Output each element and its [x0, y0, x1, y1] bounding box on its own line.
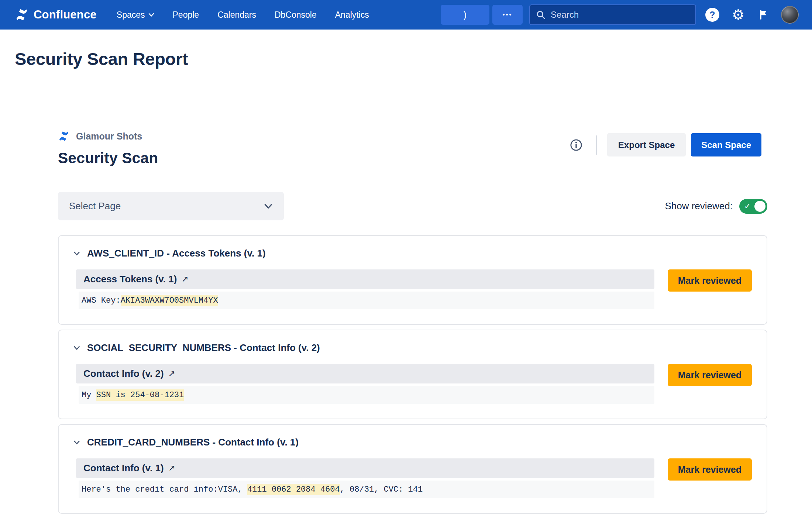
divider [596, 135, 597, 155]
external-link-icon: ↗ [168, 369, 175, 379]
page-link-label: Contact Info (v. 1) [83, 462, 164, 474]
brand-name: Confluence [34, 8, 97, 21]
profile-button[interactable] [780, 5, 799, 24]
flag-icon [758, 9, 770, 20]
info-button[interactable] [567, 135, 586, 155]
search-input[interactable] [551, 10, 689, 20]
snippet-text: Here's the credit card info:VISA, [82, 485, 247, 494]
finding-card: CREDIT_CARD_NUMBERS - Contact Info (v. 1… [58, 424, 767, 514]
finding-card-header: AWS_CLIENT_ID - Access Tokens (v. 1) [72, 248, 752, 259]
select-page-dropdown[interactable]: Select Page [58, 192, 284, 220]
nav-item-label: DbConsole [275, 10, 317, 20]
snippet: AWS Key:AKIA3WAXW7O0SMVLM4YX [79, 292, 654, 309]
search-icon [536, 10, 546, 20]
nav-item-calendars[interactable]: Calendars [217, 10, 256, 20]
snippet-highlight: AKIA3WAXW7O0SMVLM4YX [121, 295, 218, 306]
page-link[interactable]: Contact Info (v. 2)↗ [76, 364, 654, 383]
primary-nav: Spaces People Calendars DbConsole Analyt… [117, 10, 369, 20]
finding-card-body: Contact Info (v. 2)↗ My SSN is 254-08-12… [72, 364, 752, 404]
space-logo-icon [58, 130, 70, 142]
avatar [781, 6, 799, 24]
finding-detail: Access Tokens (v. 1)↗ AWS Key:AKIA3WAXW7… [72, 269, 654, 309]
flag-button[interactable] [754, 5, 774, 24]
finding-title: SOCIAL_SECURITY_NUMBERS - Contact Info (… [87, 342, 320, 354]
nav-item-label: Calendars [217, 10, 256, 20]
main-content: Glamour Shots Security Scan Export Space… [58, 130, 767, 514]
chevron-down-icon [148, 13, 154, 17]
show-reviewed-toggle[interactable]: ✓ [739, 199, 767, 214]
nav-item-spaces[interactable]: Spaces [117, 10, 154, 20]
nav-right: ) ••• ? ⚙ [441, 4, 799, 25]
finding-card-header: SOCIAL_SECURITY_NUMBERS - Contact Info (… [72, 342, 752, 354]
findings-list: AWS_CLIENT_ID - Access Tokens (v. 1) Acc… [58, 235, 767, 514]
confluence-logo-icon [15, 8, 29, 22]
nav-item-label: Spaces [117, 10, 145, 20]
collapse-toggle[interactable] [72, 439, 82, 446]
question-icon: ? [705, 8, 719, 22]
show-reviewed-control: Show reviewed: ✓ [665, 199, 767, 214]
controls-row: Select Page Show reviewed: ✓ [58, 192, 767, 220]
collapse-toggle[interactable] [72, 250, 82, 257]
check-icon: ✓ [744, 202, 751, 211]
nav-item-analytics[interactable]: Analytics [335, 10, 369, 20]
snippet: My SSN is 254-08-1231 [79, 386, 654, 404]
chevron-down-icon [264, 203, 273, 209]
page-link-label: Access Tokens (v. 1) [83, 273, 177, 285]
page-title: Security Scan Report [15, 49, 812, 69]
nav-item-people[interactable]: People [173, 10, 199, 20]
more-menu-button[interactable]: ••• [492, 5, 523, 25]
finding-title: AWS_CLIENT_ID - Access Tokens (v. 1) [87, 248, 266, 259]
external-link-icon: ↗ [181, 274, 188, 284]
snippet-text: , 08/31, CVC: 141 [340, 485, 423, 494]
collapse-toggle[interactable] [72, 344, 82, 352]
chevron-down-icon [73, 251, 80, 256]
chevron-down-icon [73, 440, 80, 445]
page-link-label: Contact Info (v. 2) [83, 368, 164, 379]
finding-detail: Contact Info (v. 1)↗ Here's the credit c… [72, 458, 654, 498]
nav-item-label: Analytics [335, 10, 369, 20]
info-icon [570, 139, 582, 151]
snippet-highlight: SSN is 254-08-1231 [96, 389, 184, 401]
paren-button[interactable]: ) [441, 5, 489, 25]
finding-card-header: CREDIT_CARD_NUMBERS - Contact Info (v. 1… [72, 437, 752, 448]
gear-icon: ⚙ [732, 8, 744, 22]
top-nav: Confluence Spaces People Calendars DbCon… [0, 0, 812, 30]
mark-reviewed-button[interactable]: Mark reviewed [668, 269, 752, 292]
page-link[interactable]: Access Tokens (v. 1)↗ [76, 269, 654, 289]
scan-space-button[interactable]: Scan Space [691, 133, 761, 156]
external-link-icon: ↗ [168, 463, 175, 473]
select-page-value: Select Page [69, 200, 121, 212]
finding-detail: Contact Info (v. 2)↗ My SSN is 254-08-12… [72, 364, 654, 404]
help-button[interactable]: ? [703, 5, 722, 24]
snippet-text: My [82, 390, 96, 400]
header-actions: Export Space Scan Space [567, 133, 761, 156]
space-name: Glamour Shots [76, 131, 142, 142]
snippet-text: AWS Key: [82, 296, 121, 305]
toggle-knob [754, 201, 765, 212]
mark-reviewed-button[interactable]: Mark reviewed [668, 364, 752, 386]
search-box[interactable] [529, 4, 696, 25]
finding-card: AWS_CLIENT_ID - Access Tokens (v. 1) Acc… [58, 235, 767, 325]
finding-card-body: Access Tokens (v. 1)↗ AWS Key:AKIA3WAXW7… [72, 269, 752, 309]
export-space-button[interactable]: Export Space [607, 133, 686, 156]
finding-card-body: Contact Info (v. 1)↗ Here's the credit c… [72, 458, 752, 498]
nav-button-group: ) ••• [441, 5, 523, 25]
snippet-highlight: 4111 0062 2084 4604 [247, 484, 340, 495]
nav-item-label: People [173, 10, 199, 20]
chevron-down-icon [73, 346, 80, 350]
finding-card: SOCIAL_SECURITY_NUMBERS - Contact Info (… [58, 330, 767, 419]
confluence-home-link[interactable]: Confluence [15, 8, 97, 22]
nav-item-dbconsole[interactable]: DbConsole [275, 10, 317, 20]
settings-button[interactable]: ⚙ [729, 5, 748, 24]
snippet: Here's the credit card info:VISA, 4111 0… [79, 481, 654, 498]
mark-reviewed-button[interactable]: Mark reviewed [668, 458, 752, 481]
finding-title: CREDIT_CARD_NUMBERS - Contact Info (v. 1… [87, 437, 299, 448]
page-link[interactable]: Contact Info (v. 1)↗ [76, 458, 654, 478]
show-reviewed-label: Show reviewed: [665, 200, 733, 212]
